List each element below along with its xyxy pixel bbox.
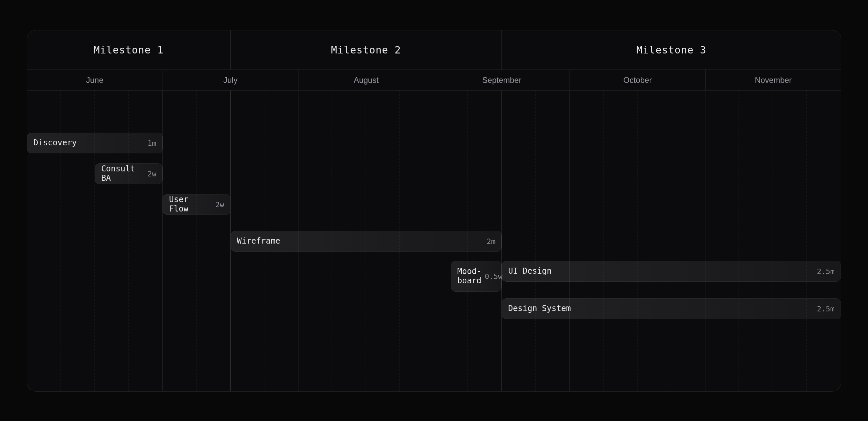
gantt-task-duration: 2w: [148, 170, 157, 178]
gantt-tasks-layer: Discovery1mConsult BA2wUser Flow2wWirefr…: [27, 90, 841, 391]
gantt-task[interactable]: Discovery1m: [27, 133, 163, 153]
month-header: October: [570, 70, 706, 90]
gantt-task-label: User Flow: [169, 195, 212, 214]
gantt-body: Discovery1mConsult BA2wUser Flow2wWirefr…: [27, 90, 841, 391]
month-header: July: [163, 70, 299, 90]
gantt-task-label: Wireframe: [237, 236, 484, 246]
month-header: August: [299, 70, 434, 90]
milestone-header: Milestone 2: [231, 30, 502, 69]
month-header-row: June July August September October Novem…: [27, 70, 841, 90]
gantt-task-label: Design System: [508, 304, 814, 313]
gantt-task-duration: 2.5m: [817, 305, 835, 313]
gantt-task-duration: 2m: [487, 237, 496, 246]
gantt-task[interactable]: Design System2.5m: [502, 298, 841, 319]
milestone-header-row: Milestone 1 Milestone 2 Milestone 3: [27, 30, 841, 70]
month-header: June: [27, 70, 163, 90]
gantt-task[interactable]: Mood- board0.5w: [451, 261, 502, 292]
gantt-task[interactable]: Wireframe2m: [231, 231, 502, 252]
gantt-task-label: Mood- board: [457, 267, 482, 285]
gantt-task-label: Discovery: [33, 138, 144, 148]
milestone-header: Milestone 3: [502, 30, 841, 69]
gantt-chart: Milestone 1 Milestone 2 Milestone 3 June…: [27, 30, 841, 392]
gantt-task-duration: 0.5w: [485, 272, 502, 281]
milestone-header: Milestone 1: [27, 30, 231, 69]
gantt-task[interactable]: UI Design2.5m: [502, 261, 841, 282]
gantt-task-duration: 2w: [215, 200, 224, 209]
gantt-task[interactable]: User Flow2w: [163, 194, 230, 215]
gantt-task-label: UI Design: [508, 266, 814, 276]
gantt-task-duration: 2.5m: [817, 267, 835, 276]
gantt-task[interactable]: Consult BA2w: [95, 163, 163, 184]
month-header: November: [706, 70, 841, 90]
gantt-task-label: Consult BA: [101, 164, 144, 183]
month-header: September: [434, 70, 570, 90]
gantt-task-duration: 1m: [148, 139, 157, 147]
